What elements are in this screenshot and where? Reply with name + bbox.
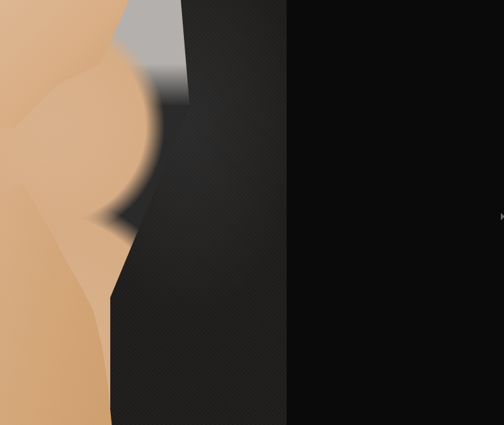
photo-preview[interactable] bbox=[0, 0, 287, 425]
expand-right-icon[interactable] bbox=[501, 213, 504, 220]
